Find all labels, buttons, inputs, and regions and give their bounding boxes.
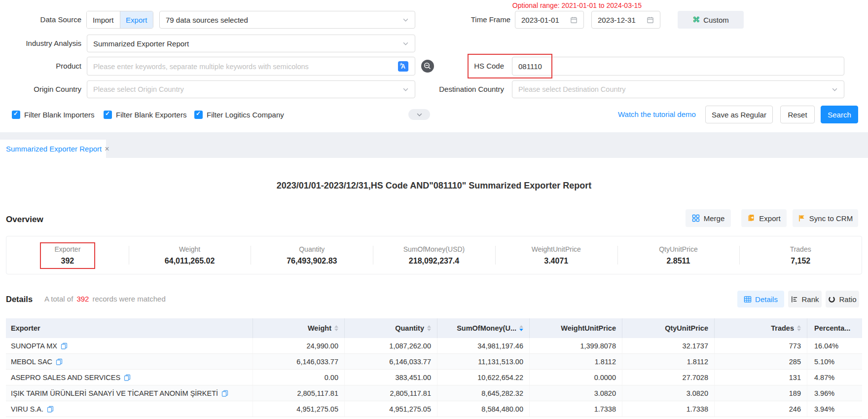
filter-logitics-company-checkbox[interactable]: Filter Logitics Company	[194, 106, 284, 123]
column-header-weight[interactable]: Weight	[253, 318, 345, 338]
hs-code-input[interactable]	[518, 62, 838, 71]
stat-quantity: Quantity 76,493,902.83	[251, 236, 373, 274]
quantity-cell: 1,087,262.00	[345, 338, 437, 353]
column-header-exporter[interactable]: Exporter	[6, 318, 253, 338]
origin-country-label: Origin Country	[0, 80, 81, 98]
end-date-value: 2023-12-31	[598, 16, 636, 24]
percentage-cell: 3.96%	[807, 385, 862, 401]
percentage-cell: 16.04%	[807, 338, 862, 353]
column-header-weight-unit-price[interactable]: WeightUnitPrice	[530, 318, 622, 338]
copy-icon[interactable]	[56, 358, 63, 365]
weight-cell: 6,146,033.77	[253, 354, 345, 369]
merge-button[interactable]: Merge	[686, 209, 731, 227]
search-button[interactable]: Search	[821, 106, 858, 123]
details-view-button[interactable]: Details	[737, 291, 784, 307]
exporter-name-link[interactable]: IŞIK TARIM ÜRÜNLERİ SANAYİ VE TİCARET AN…	[11, 389, 218, 397]
sort-icon	[427, 325, 431, 331]
weight-unit-price-cell: 1.7338	[530, 401, 622, 417]
column-header-quantity[interactable]: Quantity	[345, 318, 437, 338]
flag-icon	[798, 214, 805, 222]
sync-to-crm-button[interactable]: Sync to CRM	[793, 209, 858, 227]
table-icon	[744, 296, 752, 303]
rank-chart-icon	[791, 296, 798, 303]
trades-cell: 773	[715, 338, 807, 353]
calendar-icon	[647, 16, 654, 24]
optional-range-text: Optional range: 2021-01-01 to 2024-03-15	[473, 1, 681, 9]
quantity-cell: 2,805,117.81	[345, 385, 437, 401]
trades-cell: 285	[715, 354, 807, 369]
chevron-down-icon	[402, 86, 409, 93]
origin-country-select[interactable]: Please select Origin Country	[87, 80, 415, 98]
industry-analysis-select[interactable]: Summarized Exporter Report	[87, 35, 415, 52]
collapse-filters-button[interactable]	[408, 109, 430, 120]
filter-blank-exporters-checkbox[interactable]: Filter Blank Exporters	[104, 106, 186, 123]
import-toggle-button[interactable]: Import	[87, 11, 120, 28]
column-header-percentage[interactable]: Percenta...	[807, 318, 862, 338]
details-heading: Details	[6, 290, 33, 308]
chevron-down-icon	[402, 40, 409, 47]
tab-summarized-exporter-report[interactable]: Summarized Exporter Report ×	[0, 140, 106, 158]
time-frame-label: Time Frame	[434, 11, 510, 29]
weight-cell: 0.00	[253, 370, 345, 385]
copy-icon[interactable]	[61, 343, 68, 349]
report-content: 2023/01/01-2023/12/31,HS Code AND"081110…	[0, 158, 868, 419]
overview-heading: Overview	[6, 215, 43, 225]
export-file-icon	[747, 214, 755, 222]
copy-icon[interactable]	[221, 390, 228, 397]
column-header-trades[interactable]: Trades	[715, 318, 807, 338]
exporter-name-link[interactable]: ASEPRO SALES AND SERVICES	[11, 374, 120, 381]
copy-icon[interactable]	[47, 406, 54, 413]
destination-country-select[interactable]: Please select Destination Country	[512, 80, 844, 98]
weight-cell: 4,951,275.05	[253, 401, 345, 417]
product-input-wrap: A	[87, 57, 415, 76]
save-as-regular-button[interactable]: Save as Regular	[705, 106, 773, 123]
qty-unit-price-cell: 1.8112	[622, 354, 715, 369]
qty-unit-price-cell: 32.1737	[622, 338, 715, 353]
tab-bar: Summarized Exporter Report ×	[0, 132, 868, 158]
translate-icon[interactable]: A	[398, 61, 409, 72]
stat-qty-unit-price: QtyUnitPrice 2.8511	[617, 236, 740, 274]
percentage-cell: 3.94%	[807, 401, 862, 417]
copy-icon[interactable]	[124, 374, 131, 381]
exporter-name-link[interactable]: MEBOL SAC	[11, 358, 52, 366]
donut-chart-icon	[828, 296, 835, 303]
stat-weight-unit-price: WeightUnitPrice 3.4071	[495, 236, 617, 274]
data-source-toggle: Import Export	[86, 11, 153, 29]
ratio-view-button[interactable]: Ratio	[826, 291, 859, 307]
rank-view-button[interactable]: Rank	[788, 291, 822, 307]
column-header-qty-unit-price[interactable]: QtyUnitPrice	[622, 318, 715, 338]
product-input[interactable]	[93, 62, 398, 71]
weight-unit-price-cell: 1.8112	[530, 354, 622, 369]
sum-of-money-cell: 8,645,282.32	[437, 385, 530, 401]
percentage-cell: 5.10%	[807, 354, 862, 369]
sum-of-money-cell: 8,584,480.00	[437, 401, 530, 417]
report-title: 2023/01/01-2023/12/31,HS Code AND"081110…	[0, 181, 868, 191]
trades-cell: 246	[715, 401, 807, 417]
reset-button[interactable]: Reset	[780, 106, 815, 123]
close-icon[interactable]: ×	[102, 145, 109, 153]
tutorial-demo-link[interactable]: Watch the tutorial demo	[618, 106, 696, 123]
checkbox-checked-icon	[12, 111, 20, 119]
export-button[interactable]: Export	[741, 209, 787, 227]
origin-country-placeholder: Please select Origin Country	[93, 85, 184, 93]
sum-of-money-cell: 34,981,197.46	[437, 338, 530, 353]
stat-weight: Weight 64,011,265.02	[129, 236, 251, 274]
quantity-cell: 4,951,275.05	[345, 401, 437, 417]
data-sources-select[interactable]: 79 data sources selected	[159, 11, 415, 29]
exporter-name-link[interactable]: SUNOPTA MX	[11, 342, 57, 350]
export-toggle-button[interactable]: Export	[120, 11, 153, 28]
weight-unit-price-cell: 3.0820	[530, 385, 622, 401]
start-date-input[interactable]: 2023-01-01	[515, 11, 584, 29]
end-date-input[interactable]: 2023-12-31	[591, 11, 660, 29]
calendar-icon	[570, 16, 578, 24]
table-row: IŞIK TARIM ÜRÜNLERİ SANAYİ VE TİCARET AN…	[6, 385, 862, 401]
chevron-down-icon	[416, 112, 423, 118]
data-source-label: Data Source	[0, 11, 81, 29]
custom-button[interactable]: ⌘ Custom	[678, 11, 744, 29]
column-header-sum-of-money[interactable]: SumOfMoney(U...	[437, 318, 530, 338]
app-screen: Optional range: 2021-01-01 to 2024-03-15…	[0, 0, 868, 419]
trades-cell: 131	[715, 370, 807, 385]
sort-icon	[334, 325, 338, 331]
exporter-name-link[interactable]: VIRU S.A.	[11, 405, 43, 413]
filter-blank-importers-checkbox[interactable]: Filter Blank Importers	[12, 106, 95, 123]
